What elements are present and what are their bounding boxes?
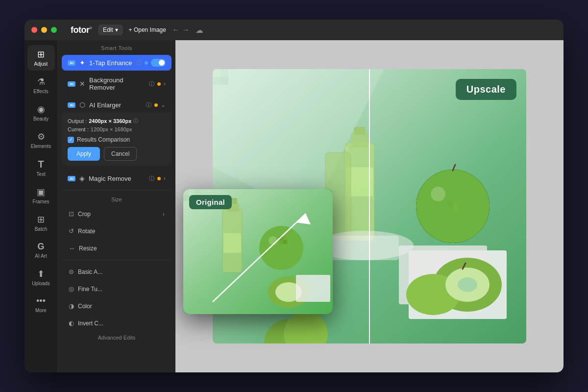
info-icon[interactable]: ⓘ [146, 101, 151, 109]
tool-left: ◑ Color [69, 302, 92, 310]
output-value: 2400px × 3360px [89, 118, 131, 124]
comparison-checkbox[interactable]: ✓ [68, 137, 74, 143]
sidebar-item-beauty[interactable]: ◉ Beauty [27, 100, 55, 125]
open-image-button[interactable]: + Open Image [129, 26, 166, 33]
tool-name-resize: Resize [79, 245, 97, 252]
cancel-button[interactable]: Cancel [104, 147, 137, 161]
tool-name-magic-remove: Magic Remove [89, 175, 131, 182]
chevron-right-icon: › [163, 211, 165, 218]
cloud-icon: ☁ [196, 25, 203, 35]
tool-left: ◎ Fine Tu... [69, 285, 102, 293]
text-icon: T [38, 159, 44, 170]
tool-fine-tune[interactable]: ◎ Fine Tu... [62, 281, 172, 297]
advanced-edits-label: Advanced Edits [58, 332, 175, 345]
tool-name-basic-adj: Basic A... [78, 269, 102, 275]
minimize-button[interactable] [41, 27, 47, 33]
canvas-area: Upscale [175, 40, 564, 372]
info-icon[interactable]: ⓘ [149, 175, 154, 182]
dot-indicator [145, 61, 148, 65]
svg-rect-36 [453, 206, 458, 211]
tool-right: ⓘ ⌄ [146, 101, 166, 109]
ai-badge: AI [68, 60, 75, 66]
toggle-switch[interactable] [151, 59, 166, 67]
svg-rect-8 [354, 127, 366, 135]
image-container: Upscale [213, 69, 526, 343]
svg-rect-34 [453, 201, 458, 206]
ai-badge: AI [68, 176, 75, 181]
tool-crop[interactable]: ⊡ Crop › [62, 206, 172, 222]
tool-left: AI ✕ Background Remover [68, 76, 149, 91]
tool-color[interactable]: ◑ Color [62, 298, 172, 314]
forward-button[interactable]: → [182, 25, 190, 34]
size-section-header: Size [58, 194, 175, 205]
sidebar-item-elements[interactable]: ⚙ Elements [27, 127, 55, 153]
info-icon[interactable]: ⓘ [136, 59, 142, 67]
tool-resize[interactable]: ↔ Resize [62, 240, 172, 256]
svg-rect-29 [345, 143, 349, 147]
comparison-row: ✓ Results Comparison [68, 136, 166, 143]
apply-button[interactable]: Apply [68, 147, 100, 161]
tool-magic-remove[interactable]: AI ◈ Magic Remove ⓘ › [62, 171, 172, 186]
sidebar-label-adjust: Adjust [34, 61, 48, 67]
effects-icon: ⚗ [37, 76, 45, 87]
title-bar: fotor® Edit ▾ + Open Image ← → ☁ [24, 20, 564, 40]
tool-one-tap-enhance[interactable]: AI ✦ 1-Tap Enhance ⓘ [62, 55, 172, 71]
sidebar-label-ai-art: AI Art [35, 253, 47, 259]
sidebar-label-more: More [35, 308, 47, 313]
tool-invert[interactable]: ◐ Invert C... [62, 315, 172, 331]
invert-icon: ◐ [69, 319, 74, 327]
tool-ai-enlarger[interactable]: AI ⬡ AI Enlarger ⓘ ⌄ [62, 97, 172, 113]
batch-icon: ⊞ [37, 214, 45, 225]
sidebar-label-beauty: Beauty [33, 116, 49, 122]
sidebar-item-frames[interactable]: ▣ Frames [27, 183, 55, 208]
sidebar-item-text[interactable]: T Text [27, 155, 55, 181]
output-info-icon[interactable]: ⓘ [133, 118, 138, 124]
close-button[interactable] [31, 27, 37, 33]
svg-rect-32 [349, 147, 353, 150]
enhance-icon: ✦ [79, 59, 85, 67]
tool-background-remover[interactable]: AI ✕ Background Remover ⓘ › [62, 73, 172, 95]
original-badge: Original [189, 195, 232, 209]
main-layout: ⊞ Adjust ⚗ Effects ◉ Beauty ⚙ Elements T… [24, 40, 564, 372]
back-button[interactable]: ← [172, 25, 180, 34]
svg-rect-23 [330, 236, 399, 260]
svg-point-13 [431, 187, 445, 201]
sidebar-item-ai-art[interactable]: G AI Art [27, 238, 55, 263]
tool-basic-adjustments[interactable]: ⊜ Basic A... [62, 264, 172, 280]
tool-name-enlarger: AI Enlarger [89, 101, 121, 109]
svg-rect-25 [213, 69, 220, 77]
svg-line-37 [213, 214, 306, 302]
tools-panel: Smart Tools AI ✦ 1-Tap Enhance ⓘ AI [58, 40, 175, 372]
title-bar-center: fotor® Edit ▾ + Open Image ← → ☁ [71, 24, 557, 35]
beauty-icon: ◉ [37, 104, 45, 115]
sidebar-item-adjust[interactable]: ⊞ Adjust [27, 45, 55, 71]
sidebar-item-batch[interactable]: ⊞ Batch [27, 210, 55, 236]
ai-badge: AI [68, 81, 75, 87]
tool-rotate[interactable]: ↺ Rotate [62, 223, 172, 239]
basic-adj-icon: ⊜ [69, 268, 74, 275]
sidebar-item-more[interactable]: ••• More [27, 292, 55, 317]
info-icon[interactable]: ⓘ [149, 80, 154, 88]
btn-row: Apply Cancel [68, 147, 166, 161]
svg-rect-35 [448, 206, 453, 211]
nav-arrows: ← → [172, 25, 190, 34]
comparison-label: Results Comparison [77, 136, 130, 143]
dot-indicator [157, 82, 161, 86]
smart-tools-header: Smart Tools [58, 40, 175, 54]
sidebar-item-uploads[interactable]: ⬆ Uploads [27, 265, 55, 290]
divider [63, 190, 171, 191]
adjust-icon: ⊞ [37, 49, 45, 60]
sidebar-item-effects[interactable]: ⚗ Effects [27, 73, 55, 98]
uploads-icon: ⬆ [37, 269, 45, 279]
tool-right: ⓘ [136, 59, 166, 67]
maximize-button[interactable] [51, 27, 57, 33]
edit-menu-button[interactable]: Edit ▾ [98, 24, 123, 35]
original-popup: Original [183, 189, 333, 314]
divider2 [63, 260, 171, 260]
tool-left: ⊡ Crop [69, 210, 91, 218]
tool-left: AI ◈ Magic Remove [68, 174, 131, 182]
svg-rect-33 [448, 201, 453, 206]
ai-badge: AI [68, 102, 75, 108]
svg-rect-30 [349, 143, 353, 147]
bg-remove-icon: ✕ [79, 80, 85, 88]
